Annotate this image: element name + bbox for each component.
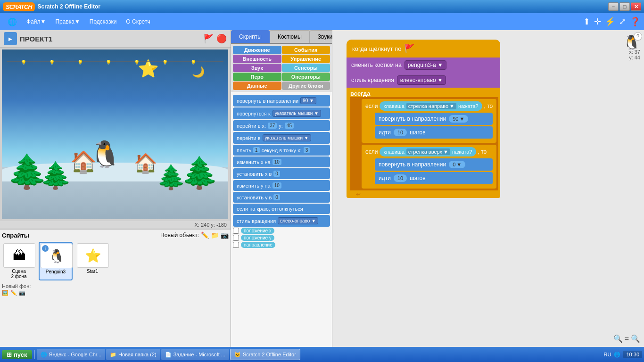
- block-rotation-style[interactable]: стиль вращения влево-вправо ▼: [233, 215, 330, 227]
- cat-data[interactable]: Данные: [233, 82, 281, 90]
- change-x-val[interactable]: 10: [272, 159, 281, 165]
- key1-dropdown[interactable]: стрелка направо ▼: [406, 103, 456, 109]
- taskbar-word[interactable]: 📄 Задание - Microsoft ...: [161, 349, 229, 360]
- if2-body: повернуть в направлении 0 ▼ идти 10 шаго…: [365, 156, 493, 186]
- cat-control[interactable]: Управление: [282, 55, 330, 63]
- fullscreen-icon[interactable]: ✛: [594, 16, 601, 27]
- turn2-dropdown[interactable]: 0 ▼: [449, 161, 465, 168]
- turbo-icon[interactable]: ⚡: [605, 16, 615, 27]
- block-change-x[interactable]: изменить х на 10: [233, 156, 330, 167]
- cat-events[interactable]: События: [282, 46, 330, 54]
- turn-block-1[interactable]: повернуть в направлении 90 ▼: [375, 113, 493, 125]
- set-x-val[interactable]: 0: [273, 171, 280, 177]
- green-flag-button[interactable]: 🚩: [203, 33, 214, 44]
- oval-x-pos[interactable]: положение x: [241, 228, 274, 234]
- cat-more[interactable]: Другие блоки: [282, 82, 330, 90]
- light-2: 💡: [49, 60, 55, 65]
- camera-icon[interactable]: 📷: [221, 231, 229, 239]
- goto-x[interactable]: 37: [268, 123, 277, 129]
- edit-menu[interactable]: Правка▼: [51, 16, 83, 27]
- check-direction[interactable]: [233, 242, 239, 248]
- glide-secs[interactable]: 1: [253, 147, 260, 153]
- move1-value[interactable]: 10: [394, 129, 407, 136]
- cat-sound[interactable]: Звук: [233, 64, 281, 72]
- move-block-2[interactable]: идти 10 шагов: [375, 172, 493, 184]
- about-menu[interactable]: О Скретч: [122, 16, 154, 27]
- check-x-pos[interactable]: [233, 228, 239, 234]
- key-condition-2[interactable]: клавиша стрелка вверх ▼ нажата?: [380, 147, 476, 156]
- cat-sensing[interactable]: Сенсоры: [282, 64, 330, 72]
- change-y-val[interactable]: 10: [272, 182, 281, 189]
- if-block-1: если клавиша стрелка направо ▼ нажата? ,…: [362, 99, 496, 143]
- cat-looks[interactable]: Внешность: [233, 55, 281, 63]
- block-glide[interactable]: плыть 1 секунд в точку x: 3: [233, 145, 330, 156]
- key-condition-1[interactable]: клавиша стрелка направо ▼ нажата?: [380, 101, 482, 111]
- set-costume-block[interactable]: сменить костюм на penguin3-a ▼: [347, 58, 500, 73]
- glide-x[interactable]: 3: [304, 147, 310, 153]
- tab-costumes[interactable]: Костюмы: [270, 30, 310, 43]
- backdrop-folder-icon[interactable]: ✏️: [10, 290, 17, 296]
- new-backdrop: Новый фон: 🖼️ ✏️ 📷: [2, 283, 229, 296]
- block-turn-direction[interactable]: повернуть в направлении 90 ▼: [233, 95, 330, 107]
- minimize-button[interactable]: –: [608, 2, 619, 11]
- penguin-sprite[interactable]: 🐧: [89, 139, 122, 170]
- folder-icon[interactable]: 📁: [211, 231, 219, 239]
- set-y-val[interactable]: 0: [273, 194, 280, 200]
- backdrop-paint-icon[interactable]: 🖼️: [2, 290, 8, 296]
- check-y-pos[interactable]: [233, 235, 239, 241]
- towards-dropdown[interactable]: указатель мышки ▼: [272, 110, 321, 117]
- zoom-out-button[interactable]: 🔍: [631, 334, 640, 343]
- costume-dropdown[interactable]: penguin3-a ▼: [405, 60, 446, 70]
- title-text: Scratch 2 Offline Editor: [38, 3, 100, 10]
- move2-value[interactable]: 10: [394, 174, 407, 182]
- rotation-style-block[interactable]: стиль вращения влево-вправо ▼: [347, 73, 500, 88]
- cat-pen[interactable]: Перо: [233, 73, 281, 81]
- turn1-dropdown[interactable]: 90 ▼: [449, 115, 468, 123]
- sprite-penguin[interactable]: 🐧 i Penguin3: [39, 242, 73, 280]
- block-set-x[interactable]: установить х в 0: [233, 168, 330, 179]
- zoom-in-button[interactable]: 🔍: [613, 334, 623, 343]
- tab-scripts[interactable]: Скрипты: [231, 30, 270, 43]
- maximize-button[interactable]: □: [619, 2, 630, 11]
- sprite-star[interactable]: ⭐ Star1: [75, 242, 109, 280]
- forever-header[interactable]: всегда: [347, 88, 500, 97]
- goto-dropdown[interactable]: указатель мышки ▼: [263, 134, 311, 141]
- dir-dropdown[interactable]: 90 ▼: [300, 97, 316, 104]
- oval-direction[interactable]: направление: [241, 242, 275, 248]
- when-flag-block[interactable]: когда щёлкнут по 🚩: [347, 40, 500, 58]
- stop-button[interactable]: 🔴: [216, 33, 227, 44]
- close-button[interactable]: ✕: [631, 2, 641, 11]
- expand-icon[interactable]: ⤢: [619, 16, 626, 27]
- upload-icon[interactable]: ⬆: [583, 16, 590, 27]
- block-set-y[interactable]: установить у в 0: [233, 192, 330, 203]
- taskbar-chrome[interactable]: 🌐 Яндекс - Google Chr...: [37, 349, 106, 360]
- goto-y[interactable]: 45: [285, 123, 294, 129]
- taskbar-scratch[interactable]: 🐱 Scratch 2 Offline Editor: [230, 349, 300, 360]
- globe-menu[interactable]: 🌐: [4, 16, 21, 28]
- block-point-towards[interactable]: повернуться к указатель мышки ▼: [233, 107, 330, 119]
- scripts-workspace[interactable]: когда щёлкнут по 🚩 сменить костюм на pen…: [332, 30, 644, 347]
- taskbar-separator: [34, 350, 35, 359]
- block-goto[interactable]: перейти в указатель мышки ▼: [233, 132, 330, 144]
- paint-icon[interactable]: ✏️: [201, 231, 209, 239]
- cat-operators[interactable]: Операторы: [282, 73, 330, 81]
- turn-block-2[interactable]: повернуть в направлении 0 ▼: [375, 158, 493, 171]
- clock-time: 10:30: [623, 351, 642, 358]
- cat-motion[interactable]: Движение: [233, 46, 281, 54]
- move-block-1[interactable]: идти 10 шагов: [375, 126, 493, 139]
- taskbar-folder[interactable]: 📁 Новая папка (2): [106, 349, 160, 360]
- block-if-on-edge[interactable]: если на краю, оттолкнуться: [233, 204, 330, 214]
- help-icon[interactable]: ❓: [630, 16, 640, 27]
- sprite-scene[interactable]: 🏔 Сцена2 фона: [2, 242, 36, 280]
- block-change-y[interactable]: изменить у на 10: [233, 180, 330, 191]
- key2-dropdown[interactable]: стрелка вверх ▼: [406, 148, 450, 155]
- backdrop-camera-icon[interactable]: 📷: [19, 290, 25, 296]
- rot-style-dropdown[interactable]: влево-вправо ▼: [278, 217, 318, 224]
- file-menu[interactable]: Файл▼: [23, 16, 50, 27]
- block-goto-xy[interactable]: перейти в x: 37 y: 45: [233, 120, 330, 131]
- zoom-reset-button[interactable]: =: [625, 335, 629, 343]
- hints-menu[interactable]: Подсказки: [86, 16, 121, 27]
- oval-y-pos[interactable]: положение y: [241, 235, 274, 241]
- start-button[interactable]: ⊞ пуск: [2, 350, 32, 359]
- rotation-dropdown[interactable]: влево-вправо ▼: [397, 75, 446, 85]
